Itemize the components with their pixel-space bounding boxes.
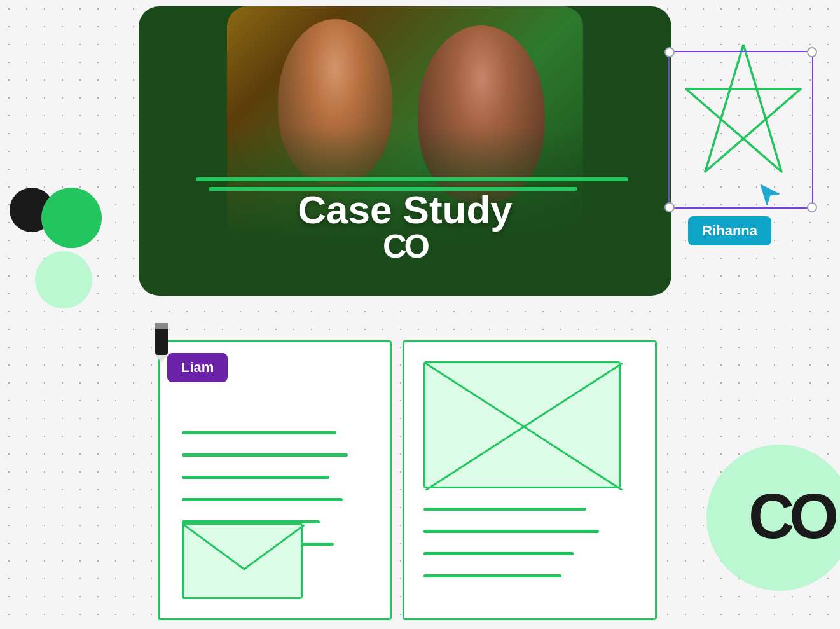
liam-badge: Liam <box>167 353 228 382</box>
svg-marker-2 <box>155 355 168 363</box>
doc-right <box>403 340 657 620</box>
doc-left <box>158 340 392 620</box>
rihanna-badge: Rihanna <box>688 216 771 245</box>
right-sketch-line-4 <box>423 574 561 577</box>
bottom-section: Liam <box>139 305 673 629</box>
handle-tl <box>664 47 675 57</box>
handle-tr <box>807 47 817 57</box>
selection-box <box>668 51 813 209</box>
case-study-title: Case Study <box>298 187 513 232</box>
sketch-line-4 <box>182 498 343 501</box>
sketch-line-3 <box>182 476 329 479</box>
green-line-1 <box>196 177 628 181</box>
co-logo-large: CO <box>748 480 834 553</box>
right-sketch-line-1 <box>423 508 586 511</box>
right-sketch-line-3 <box>423 552 574 555</box>
sketch-line-2 <box>182 453 348 457</box>
circle-green-bright-1 <box>41 188 102 248</box>
case-study-card: Case Study CO <box>139 6 671 296</box>
img-placeholder <box>423 361 621 488</box>
handle-bl <box>664 202 675 212</box>
svg-rect-3 <box>155 323 168 329</box>
cursor-icon <box>757 181 783 207</box>
right-sketch-line-2 <box>423 530 599 533</box>
co-logo-on-card: CO <box>383 227 427 265</box>
svg-marker-0 <box>761 184 780 205</box>
sketch-line-1 <box>182 431 336 434</box>
handle-br <box>807 202 817 212</box>
envelope-sketch <box>182 523 303 599</box>
circle-green-light-1 <box>35 251 92 308</box>
